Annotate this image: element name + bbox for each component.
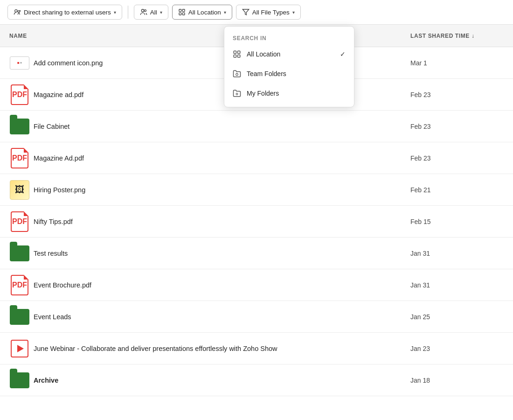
table-row[interactable]: PDF Event Brochure.pdf Jan 31 bbox=[0, 269, 513, 301]
table-row[interactable]: PDF Nifty Tips.pdf Feb 15 bbox=[0, 206, 513, 238]
row-time: Jan 18 bbox=[410, 377, 504, 384]
col-time-header: LAST SHARED TIME ↓ bbox=[410, 33, 504, 39]
location-filter-label: All Location bbox=[188, 9, 221, 16]
svg-rect-6 bbox=[179, 13, 181, 15]
location-filter-chevron: ▾ bbox=[224, 10, 226, 15]
table-row[interactable]: Event Leads Jan 25 bbox=[0, 301, 513, 333]
pdf-icon: PDF bbox=[11, 84, 28, 105]
row-name: Test results bbox=[30, 250, 410, 257]
folder-icon bbox=[10, 119, 29, 134]
sort-arrow-icon: ↓ bbox=[471, 33, 475, 39]
row-time: Feb 21 bbox=[410, 186, 504, 194]
sharing-filter-button[interactable]: Direct sharing to external users ▾ bbox=[7, 5, 122, 20]
row-name: File Cabinet bbox=[30, 123, 410, 130]
svg-rect-11 bbox=[234, 55, 236, 57]
pdf-icon: PDF bbox=[11, 148, 28, 168]
dropdown-item-my-folders[interactable]: My Folders bbox=[224, 84, 354, 103]
folder-icon bbox=[10, 309, 29, 325]
folder-icon bbox=[10, 372, 29, 388]
location-icon bbox=[178, 8, 186, 16]
toolbar: Direct sharing to external users ▾ All ▾… bbox=[0, 0, 513, 25]
row-time: Feb 23 bbox=[410, 154, 504, 162]
row-icon-cell bbox=[9, 119, 30, 134]
row-name: Nifty Tips.pdf bbox=[30, 218, 410, 225]
svg-point-15 bbox=[236, 93, 238, 95]
my-folders-label: My Folders bbox=[247, 90, 279, 97]
row-icon-cell: PDF bbox=[9, 84, 30, 105]
row-time: Jan 31 bbox=[410, 250, 504, 257]
svg-rect-7 bbox=[182, 13, 185, 15]
table-row[interactable]: PDF Magazine Ad.pdf Feb 23 bbox=[0, 142, 513, 174]
dropdown-item-all-location[interactable]: All Location ✓ bbox=[224, 44, 354, 64]
row-time: Jan 23 bbox=[410, 345, 504, 352]
dropdown-search-label: SEARCH IN bbox=[224, 30, 354, 44]
row-time: Feb 15 bbox=[410, 218, 504, 225]
svg-point-3 bbox=[144, 10, 146, 12]
location-filter-button[interactable]: All Location ▾ bbox=[172, 5, 232, 20]
filetype-filter-chevron: ▾ bbox=[292, 10, 295, 15]
row-time: Jan 31 bbox=[410, 281, 504, 289]
filetype-filter-label: All File Types bbox=[252, 9, 290, 16]
table-row[interactable]: 🖼 Hiring Poster.png Feb 21 bbox=[0, 174, 513, 206]
row-icon-cell: PDF bbox=[9, 275, 30, 295]
hiring-icon: 🖼 bbox=[10, 180, 29, 200]
row-time: Feb 23 bbox=[410, 123, 504, 130]
row-icon-cell: ■ × bbox=[9, 56, 30, 70]
svg-rect-5 bbox=[182, 9, 185, 12]
dropdown-item-team-folders[interactable]: Team Folders bbox=[224, 64, 354, 84]
row-time: Feb 23 bbox=[410, 91, 504, 98]
filetype-filter-button[interactable]: All File Types ▾ bbox=[236, 5, 301, 20]
row-icon-cell bbox=[9, 372, 30, 388]
row-name: Event Brochure.pdf bbox=[30, 281, 410, 289]
svg-rect-12 bbox=[238, 55, 240, 57]
pdf-icon: PDF bbox=[11, 275, 28, 295]
svg-point-0 bbox=[15, 10, 17, 12]
svg-marker-8 bbox=[243, 9, 249, 15]
svg-point-2 bbox=[141, 9, 144, 12]
table-row[interactable]: Archive Jan 18 bbox=[0, 364, 513, 396]
pdf-icon: PDF bbox=[11, 211, 28, 232]
row-icon-cell: PDF bbox=[9, 211, 30, 232]
toolbar-divider bbox=[128, 6, 128, 19]
location-dropdown: SEARCH IN All Location ✓ Team Folders bbox=[224, 26, 354, 107]
row-time: Mar 1 bbox=[410, 59, 504, 67]
presentation-icon bbox=[11, 340, 28, 357]
user-share-icon bbox=[14, 8, 21, 16]
all-location-label: All Location bbox=[247, 50, 280, 58]
table-row[interactable]: June Webinar - Collaborate and deliver p… bbox=[0, 333, 513, 364]
svg-point-1 bbox=[18, 11, 20, 13]
svg-point-13 bbox=[236, 73, 238, 76]
filter-icon bbox=[242, 8, 250, 16]
sharing-filter-label: Direct sharing to external users bbox=[24, 9, 111, 16]
table-row[interactable]: File Cabinet Feb 23 bbox=[0, 111, 513, 142]
sharing-filter-chevron: ▾ bbox=[114, 10, 116, 15]
all-filter-chevron: ▾ bbox=[160, 10, 162, 15]
all-location-checkmark: ✓ bbox=[340, 50, 346, 58]
row-icon-cell: 🖼 bbox=[9, 180, 30, 200]
team-folders-label: Team Folders bbox=[247, 70, 286, 77]
row-icon-cell: PDF bbox=[9, 148, 30, 168]
svg-rect-9 bbox=[234, 51, 236, 53]
row-icon-cell bbox=[9, 245, 30, 261]
png-icon: ■ × bbox=[10, 56, 29, 70]
row-name: Hiring Poster.png bbox=[30, 186, 410, 194]
row-icon-cell bbox=[9, 309, 30, 325]
row-name: Archive bbox=[30, 377, 410, 384]
svg-rect-4 bbox=[179, 9, 181, 12]
users-icon bbox=[140, 8, 147, 16]
row-name: Event Leads bbox=[30, 313, 410, 321]
folder-icon bbox=[10, 245, 29, 261]
table-row[interactable]: Test results Jan 31 bbox=[0, 238, 513, 269]
my-folders-icon bbox=[233, 89, 241, 98]
row-name: Magazine Ad.pdf bbox=[30, 154, 410, 162]
all-location-icon bbox=[233, 50, 241, 58]
row-time: Jan 25 bbox=[410, 313, 504, 321]
all-filter-button[interactable]: All ▾ bbox=[134, 5, 168, 20]
svg-rect-10 bbox=[238, 51, 240, 53]
row-icon-cell bbox=[9, 340, 30, 357]
all-filter-label: All bbox=[150, 9, 157, 16]
row-name: June Webinar - Collaborate and deliver p… bbox=[30, 345, 410, 352]
team-folders-icon bbox=[233, 70, 241, 78]
